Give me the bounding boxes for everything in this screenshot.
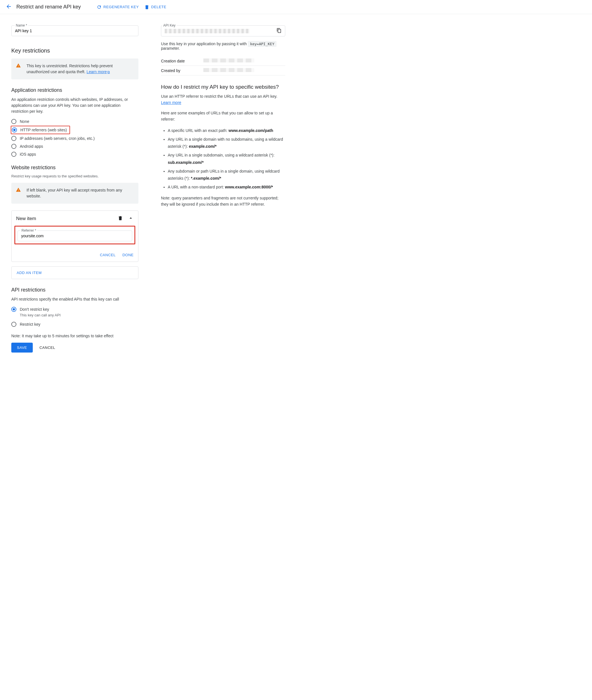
app-restriction-radio-0[interactable]: None [11,119,138,124]
radio-icon [11,152,16,157]
app-restrictions-radio-group: NoneHTTP referrers (web sites)IP address… [11,119,138,157]
api-restrictions-heading: API restrictions [11,287,138,293]
api-key-box [161,26,285,37]
cancel-button[interactable]: CANCEL [40,346,55,350]
app-restrictions-heading: Application restrictions [11,87,138,93]
settings-note: Note: It may take up to 5 minutes for se… [11,334,138,338]
api-key-redacted [165,29,249,33]
radio-label: IP addresses (web servers, cron jobs, et… [20,136,95,141]
collapse-icon[interactable] [128,215,134,222]
radio-label: Restrict key [20,322,40,327]
website-restrictions-sub: Restrict key usage requests to the speci… [11,174,138,178]
website-restrictions-heading: Website restrictions [11,165,138,170]
blank-warning: If left blank, your API key will accept … [11,183,138,204]
radio-icon [11,144,16,149]
creation-date-redacted [203,58,254,62]
back-arrow-icon[interactable] [6,3,12,10]
add-item-button[interactable]: ADD AN ITEM [11,266,138,279]
radio-icon [11,322,16,327]
api-restrictions-radio-group: Don't restrict keyThis key can call any … [11,307,138,327]
radio-label: Android apps [20,144,43,149]
creation-date-label: Creation date [161,56,203,66]
page-title: Restrict and rename API key [16,4,81,10]
radio-icon [11,119,16,124]
radio-icon [12,128,17,133]
unrestricted-warning: This key is unrestricted. Restrictions h… [11,58,138,80]
new-item-card: New item Referrer * CANCEL DO [11,210,138,262]
metadata-table: Creation date Created by [161,56,285,76]
radio-label: Don't restrict key [20,307,49,312]
done-item-button[interactable]: DONE [122,253,134,257]
usage-text: Use this key in your application by pass… [161,42,285,51]
key-restrictions-heading: Key restrictions [11,47,138,54]
help-examples-list: A specific URL with an exact path: www.e… [161,127,285,191]
save-button[interactable]: SAVE [11,343,33,353]
help-note: Note: query parameters and fragments are… [161,195,285,207]
api-restriction-radio-1[interactable]: Restrict key [11,322,138,327]
help-example-4: A URL with a non-standard port: www.exam… [168,184,285,191]
refresh-icon [97,4,102,10]
app-restriction-radio-2[interactable]: IP addresses (web servers, cron jobs, et… [11,136,138,141]
help-learn-more-link[interactable]: Learn more [161,100,181,105]
name-field: Name * [11,26,138,36]
app-restriction-radio-4[interactable]: iOS apps [11,152,138,157]
radio-icon [11,307,16,312]
api-restrictions-desc: API restrictions specify the enabled API… [11,296,138,302]
delete-button[interactable]: DELETE [144,4,166,10]
radio-label: iOS apps [20,152,36,156]
referrer-label: Referrer * [20,229,37,233]
name-input[interactable] [11,26,138,36]
help-heading: How do I restrict my API key to specific… [161,84,285,90]
app-restrictions-desc: An application restriction controls whic… [11,97,138,114]
page-header: Restrict and rename API key REGENERATE K… [0,0,592,14]
help-example-0: A specific URL with an exact path: www.e… [168,127,285,134]
radio-label: HTTP referrers (web sites) [20,128,67,132]
radio-label: None [20,119,29,124]
cancel-item-button[interactable]: CANCEL [100,253,116,257]
copy-icon[interactable] [277,28,282,34]
radio-sublabel: This key can call any API [20,313,138,317]
help-example-2: Any URL in a single subdomain, using a w… [168,152,285,166]
app-restriction-radio-1[interactable]: HTTP referrers (web sites) [11,126,70,134]
referrer-highlight: Referrer * [14,226,135,244]
trash-icon [144,4,149,10]
help-paragraph-1: Use an HTTP referrer to restrict the URL… [161,94,285,106]
regenerate-key-button[interactable]: REGENERATE KEY [97,4,139,10]
api-key-label: API Key [162,23,177,28]
help-paragraph-2: Here are some examples of URLs that you … [161,110,285,122]
radio-icon [11,136,16,141]
warning-icon [16,187,21,199]
created-by-redacted [203,68,254,72]
help-example-3: Any subdomain or path URLs in a single d… [168,168,285,182]
external-link-icon: ⧉ [107,70,110,74]
delete-item-icon[interactable] [118,215,123,221]
learn-more-link[interactable]: Learn more⧉ [87,69,110,74]
api-restriction-radio-0[interactable]: Don't restrict key [11,307,138,312]
new-item-title: New item [16,216,36,221]
warning-icon [16,63,21,75]
name-field-label: Name * [15,23,28,28]
app-restriction-radio-3[interactable]: Android apps [11,144,138,149]
created-by-label: Created by [161,66,203,76]
help-example-1: Any URL in a single domain with no subdo… [168,136,285,150]
